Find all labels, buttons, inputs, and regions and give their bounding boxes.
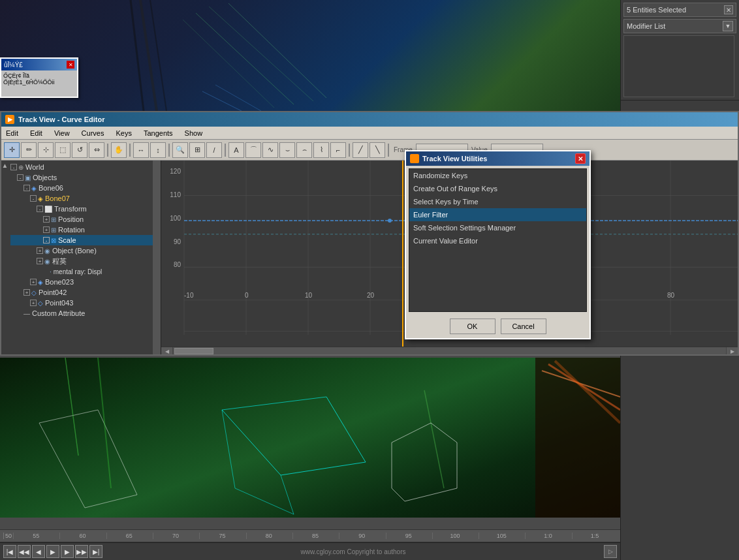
tree-label-custom-attr: Custom Attribute — [32, 309, 85, 317]
util-item-select-keys-by-time[interactable]: Select Keys by Time — [409, 195, 586, 208]
toolbar-btn-region[interactable]: ⬚ — [55, 142, 71, 158]
top-viewport — [0, 0, 620, 111]
play-btn-fwd[interactable]: ▶▶ — [75, 545, 88, 558]
toolbar-btn-curve1[interactable]: A — [228, 142, 244, 158]
tree-item-world[interactable]: - ⊕ World — [10, 162, 159, 172]
toolbar-btn-curve2[interactable]: ⌒ — [245, 142, 261, 158]
toolbar-btn-hand[interactable]: ✋ — [111, 142, 127, 158]
bottom-viewport — [0, 358, 620, 518]
curve-h-scrollbar[interactable]: ◀ ▶ — [161, 347, 738, 354]
tree-item-mental-ray[interactable]: · mental ray: Displ — [10, 266, 159, 277]
util-item-randomize-keys[interactable]: Randomize Keys — [409, 169, 586, 182]
tree-expand-point042[interactable]: + — [24, 289, 30, 296]
utilities-close-button[interactable]: ✕ — [575, 153, 586, 164]
tree-item-chenying[interactable]: + ◉ 程英 — [10, 256, 159, 266]
menu-item-edit[interactable]: Edit — [4, 129, 20, 138]
scroll-left-btn[interactable]: ◀ — [161, 347, 173, 354]
util-item-create-out-of-range[interactable]: Create Out of Range Keys — [409, 182, 586, 195]
tree-item-point043[interactable]: + ◇ Point043 — [10, 298, 159, 308]
cancel-button[interactable]: Cancel — [501, 319, 546, 334]
toolbar-sep-4 — [225, 144, 226, 157]
util-item-soft-selection[interactable]: Soft Selection Settings Manager — [409, 221, 586, 234]
tree-scrollbar[interactable] — [153, 161, 161, 354]
track-view-title: Track View - Curve Editor — [18, 116, 104, 123]
util-item-euler-filter[interactable]: Euler Filter — [409, 208, 586, 221]
tree-expand-objects[interactable]: - — [17, 174, 24, 181]
svg-line-42 — [85, 495, 137, 508]
tree-item-scale[interactable]: - ⊠ Scale — [10, 235, 159, 245]
position-icon: ⊞ — [51, 216, 56, 223]
toolbar-btn-tan2[interactable]: ╲ — [370, 142, 385, 158]
toolbar-btn-tan1[interactable]: ╱ — [353, 142, 368, 158]
timeline-mini-btn[interactable]: ▷ — [604, 545, 617, 558]
scroll-right-btn[interactable]: ▶ — [726, 347, 738, 354]
svg-line-1 — [209, 7, 313, 101]
tree-expand-scale[interactable]: - — [43, 237, 50, 243]
tree-label-mental-ray: mental ray: Displ — [54, 268, 102, 275]
tree-expand-point043[interactable]: + — [30, 300, 37, 306]
util-label-randomize-keys: Randomize Keys — [413, 172, 467, 179]
tree-item-bone06[interactable]: - ◈ Bone06 — [10, 183, 159, 193]
ok-button[interactable]: OK — [450, 319, 495, 334]
small-dialog-close-button[interactable]: ✕ — [67, 61, 74, 69]
toolbar-btn-move[interactable]: ✛ — [4, 142, 20, 158]
menu-item-curves[interactable]: Curves — [80, 129, 106, 138]
toolbar-btn-zoom-h[interactable]: ↔ — [133, 142, 149, 158]
tree-expand-world[interactable]: - — [10, 164, 17, 170]
tree-expand-transform[interactable]: - — [37, 206, 43, 212]
menu-item-keys[interactable]: Keys — [114, 129, 133, 138]
play-btn-fwd-step[interactable]: ▶ — [61, 545, 74, 558]
tree-item-custom-attr[interactable]: — Custom Attribute — [10, 308, 159, 319]
toolbar-btn-zoom-v[interactable]: ↕ — [150, 142, 166, 158]
tree-expand-bone06[interactable]: - — [24, 185, 30, 191]
play-btn-next[interactable]: ▶| — [89, 545, 102, 558]
tree-item-rotation[interactable]: + ⊞ Rotation — [10, 225, 159, 235]
entities-close-button[interactable]: ✕ — [724, 5, 733, 14]
util-item-current-value-editor[interactable]: Current Value Editor — [409, 234, 586, 247]
toolbar-btn-curve7[interactable]: ⌐ — [330, 142, 346, 158]
play-btn-back[interactable]: ◀◀ — [18, 545, 31, 558]
thumbnail-area — [623, 35, 734, 97]
toolbar-btn-zoom-area[interactable]: ⊞ — [189, 142, 205, 158]
svg-text:100: 100 — [170, 215, 181, 222]
tree-item-bone07[interactable]: - ◈ Bone07 — [10, 193, 159, 204]
tree-expand-object-bone[interactable]: + — [37, 247, 43, 254]
menu-item-edit2[interactable]: Edit — [28, 129, 44, 138]
toolbar-btn-scale2[interactable]: ⇔ — [89, 142, 104, 158]
toolbar-btn-magnify[interactable]: 🔍 — [172, 142, 188, 158]
tree-expand-bone07[interactable]: - — [30, 195, 37, 202]
tree-item-bone023[interactable]: + ◈ Bone023 — [10, 277, 159, 287]
toolbar-btn-select[interactable]: ⊹ — [38, 142, 54, 158]
svg-line-45 — [65, 358, 78, 456]
toolbar-btn-zoom-fit[interactable]: / — [206, 142, 222, 158]
svg-line-0 — [196, 13, 294, 104]
tree-label-bone023: Bone023 — [45, 278, 74, 286]
toolbar-btn-pencil[interactable]: ✏ — [21, 142, 37, 158]
toolbar-btn-curve4[interactable]: ⌣ — [279, 142, 295, 158]
tree-expand-chenying[interactable]: + — [37, 258, 43, 264]
play-btn-play[interactable]: ▶ — [46, 545, 59, 558]
tree-item-point042[interactable]: + ◇ Point042 — [10, 287, 159, 298]
toolbar-btn-curve3[interactable]: ∿ — [262, 142, 278, 158]
tree-item-transform[interactable]: - ⬜ Transform — [10, 204, 159, 214]
menu-item-show[interactable]: Show — [183, 129, 205, 138]
tree-item-objects[interactable]: - ▣ Objects — [10, 172, 159, 183]
tree-item-object-bone[interactable]: + ◉ Object (Bone) — [10, 245, 159, 256]
toolbar-btn-curve6[interactable]: ⌇ — [313, 142, 329, 158]
play-btn-back-step[interactable]: ◀ — [32, 545, 45, 558]
menu-item-tangents[interactable]: Tangents — [142, 129, 175, 138]
menu-item-view[interactable]: View — [52, 129, 72, 138]
play-btn-prev[interactable]: |◀ — [3, 545, 16, 558]
tree-item-position[interactable]: + ⊞ Position — [10, 214, 159, 225]
scroll-thumb[interactable] — [174, 348, 213, 354]
toolbar-btn-curve5[interactable]: ⌢ — [296, 142, 312, 158]
tick-80: 80 — [246, 533, 291, 539]
tree-expand-rotation[interactable]: + — [43, 226, 50, 233]
tree-expand-position[interactable]: + — [43, 216, 50, 223]
tick-95: 95 — [386, 533, 431, 539]
track-view-window: ▶ Track View - Curve Editor Edit Edit Vi… — [0, 111, 739, 356]
modifier-dropdown-button[interactable]: ▼ — [723, 21, 733, 31]
svg-line-35 — [281, 462, 366, 475]
tree-expand-bone023[interactable]: + — [30, 279, 37, 285]
toolbar-btn-rotate[interactable]: ↺ — [72, 142, 87, 158]
